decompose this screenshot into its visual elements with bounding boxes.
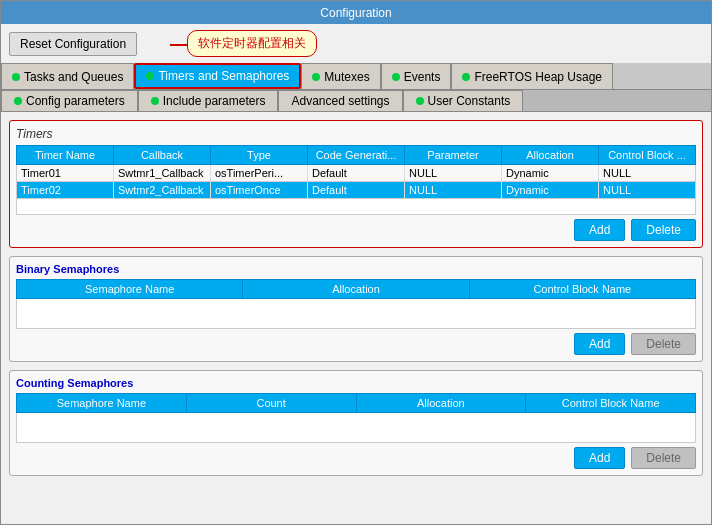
tab-freertos[interactable]: FreeRTOS Heap Usage	[451, 63, 613, 89]
sub-tab-include[interactable]: Include parameters	[138, 90, 279, 111]
timer-empty-row	[16, 199, 696, 215]
timers-delete-button[interactable]: Delete	[631, 219, 696, 241]
tab-mutexes-dot	[312, 73, 320, 81]
sub-tab-constants-dot	[416, 97, 424, 105]
main-window: Configuration Reset Configuration 软件定时器配…	[0, 0, 712, 525]
counting-delete-button[interactable]: Delete	[631, 447, 696, 469]
sub-tab-config[interactable]: Config parameters	[1, 90, 138, 111]
col-header-timer-name: Timer Name	[17, 146, 114, 164]
timers-add-button[interactable]: Add	[574, 219, 625, 241]
col-header-alloc: Allocation	[502, 146, 599, 164]
binary-empty-body	[16, 299, 696, 329]
counting-add-button[interactable]: Add	[574, 447, 625, 469]
tab-freertos-label: FreeRTOS Heap Usage	[474, 70, 602, 84]
counting-col-alloc: Allocation	[357, 394, 527, 412]
timer1-codegen: Default	[308, 165, 405, 181]
tab-events-dot	[392, 73, 400, 81]
sub-tab-advanced-label: Advanced settings	[291, 94, 389, 108]
main-tab-row: Tasks and Queues Timers and Semaphores M…	[1, 63, 711, 90]
tab-tasks-label: Tasks and Queues	[24, 70, 123, 84]
col-header-param: Parameter	[405, 146, 502, 164]
timer1-callback: Swtmr1_Callback	[114, 165, 211, 181]
timers-grid-header: Timer Name Callback Type Code Generati..…	[16, 145, 696, 165]
timer2-codegen: Default	[308, 182, 405, 198]
sub-tab-constants[interactable]: User Constants	[403, 90, 524, 111]
binary-add-button[interactable]: Add	[574, 333, 625, 355]
reset-config-button[interactable]: Reset Configuration	[9, 32, 137, 56]
tab-timers-dot	[146, 72, 154, 80]
timer-row-2[interactable]: Timer02 Swtmr2_Callback osTimerOnce Defa…	[16, 182, 696, 199]
title-bar: Configuration	[1, 1, 711, 24]
timer1-type: osTimerPeri...	[211, 165, 308, 181]
annotation-text: 软件定时器配置相关	[198, 36, 306, 50]
col-header-type: Type	[211, 146, 308, 164]
tab-timers-label: Timers and Semaphores	[158, 69, 289, 83]
counting-empty-body	[16, 413, 696, 443]
binary-col-alloc: Allocation	[243, 280, 469, 298]
col-header-ctrlblk: Control Block ...	[599, 146, 695, 164]
tab-timers[interactable]: Timers and Semaphores	[134, 63, 301, 89]
sub-tab-config-dot	[14, 97, 22, 105]
tab-freertos-dot	[462, 73, 470, 81]
timer2-callback: Swtmr2_Callback	[114, 182, 211, 198]
binary-semaphores-section: Binary Semaphores Semaphore Name Allocat…	[9, 256, 703, 362]
timer2-type: osTimerOnce	[211, 182, 308, 198]
timers-section: Timers Timer Name Callback Type Code Gen…	[9, 120, 703, 248]
counting-semaphores-title: Counting Semaphores	[16, 377, 696, 389]
sub-tab-advanced[interactable]: Advanced settings	[278, 90, 402, 111]
tab-events-label: Events	[404, 70, 441, 84]
binary-col-ctrlblk: Control Block Name	[470, 280, 695, 298]
toolbar: Reset Configuration 软件定时器配置相关	[1, 24, 711, 63]
timer1-ctrlblk: NULL	[599, 165, 695, 181]
sub-tab-include-label: Include parameters	[163, 94, 266, 108]
timer2-param: NULL	[405, 182, 502, 198]
tab-events[interactable]: Events	[381, 63, 452, 89]
timer2-name: Timer02	[17, 182, 114, 198]
binary-grid-header: Semaphore Name Allocation Control Block …	[16, 279, 696, 299]
content-area: Timers Timer Name Callback Type Code Gen…	[1, 112, 711, 524]
timer2-alloc: Dynamic	[502, 182, 599, 198]
tab-mutexes-label: Mutexes	[324, 70, 369, 84]
counting-btn-row: Add Delete	[16, 447, 696, 469]
timers-section-title: Timers	[16, 127, 696, 141]
binary-delete-button[interactable]: Delete	[631, 333, 696, 355]
counting-grid-header: Semaphore Name Count Allocation Control …	[16, 393, 696, 413]
binary-semaphores-title: Binary Semaphores	[16, 263, 696, 275]
counting-col-name: Semaphore Name	[17, 394, 187, 412]
tab-tasks-dot	[12, 73, 20, 81]
sub-tab-constants-label: User Constants	[428, 94, 511, 108]
sub-tab-row: Config parameters Include parameters Adv…	[1, 90, 711, 112]
col-header-codegen: Code Generati...	[308, 146, 405, 164]
counting-col-count: Count	[187, 394, 357, 412]
timer-row-1[interactable]: Timer01 Swtmr1_Callback osTimerPeri... D…	[16, 165, 696, 182]
binary-btn-row: Add Delete	[16, 333, 696, 355]
counting-col-ctrlblk: Control Block Name	[526, 394, 695, 412]
counting-semaphores-section: Counting Semaphores Semaphore Name Count…	[9, 370, 703, 476]
timer1-name: Timer01	[17, 165, 114, 181]
timer1-param: NULL	[405, 165, 502, 181]
sub-tab-include-dot	[151, 97, 159, 105]
binary-col-name: Semaphore Name	[17, 280, 243, 298]
timer1-alloc: Dynamic	[502, 165, 599, 181]
annotation-bubble: 软件定时器配置相关	[187, 30, 317, 57]
timers-btn-row: Add Delete	[16, 219, 696, 241]
timer2-ctrlblk: NULL	[599, 182, 695, 198]
window-title: Configuration	[320, 6, 391, 20]
sub-tab-config-label: Config parameters	[26, 94, 125, 108]
tab-tasks[interactable]: Tasks and Queues	[1, 63, 134, 89]
col-header-callback: Callback	[114, 146, 211, 164]
tab-mutexes[interactable]: Mutexes	[301, 63, 380, 89]
